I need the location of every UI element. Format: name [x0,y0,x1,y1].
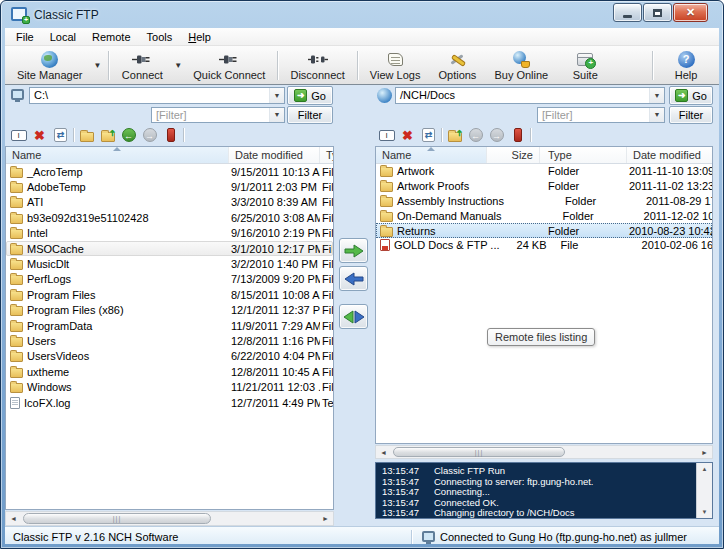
remote-file-row[interactable]: Artwork ProofsFolder2011-11-02 13:23:0 [376,179,712,194]
site-manager-dropdown-arrow[interactable]: ▼ [90,48,104,83]
log-message: Connecting... [434,486,490,497]
close-button[interactable]: ✕ [673,3,708,22]
remote-file-row[interactable]: ReturnsFolder2010-08-23 10:42:0 [376,223,712,238]
remote-file-row[interactable]: Assembly InstructionsFolder2011-08-29 17… [376,194,712,209]
view-logs-button[interactable]: View Logs [362,48,429,83]
site-manager-button[interactable]: Site Manager [9,48,90,83]
local-file-row[interactable]: b93e092d319e511024286/25/2010 3:08 AMFil [6,210,333,225]
local-file-row[interactable]: Program Files (x86)12/1/2011 12:37 PMFil [6,303,333,318]
rename-icon[interactable]: I [378,127,395,143]
local-file-row[interactable]: UsersVideos6/22/2010 4:04 PMFil [6,349,333,364]
local-file-row[interactable]: Intel9/16/2010 2:19 PMFil [6,226,333,241]
remote-filter-button[interactable]: Filter [669,106,713,124]
scroll-left-icon[interactable]: ◄ [6,512,21,525]
scrollbar-thumb[interactable]: ||| [23,513,211,524]
column-header-type[interactable]: Ty [320,147,333,163]
delete-icon[interactable]: ✖ [31,127,48,143]
scroll-down-icon[interactable]: ▼ [702,509,708,515]
arrow-left-blue-icon [344,272,364,286]
download-button[interactable] [339,266,368,291]
log-scrollbar[interactable]: ▲ ▼ [696,463,712,518]
chevron-down-icon[interactable]: ▼ [269,88,284,103]
titlebar[interactable]: + Classic FTP ✕ [1,1,723,28]
connect-dropdown-arrow[interactable]: ▼ [171,48,185,83]
suite-button[interactable]: Suite [556,48,614,83]
version-text: Classic FTP v 2.16 NCH Software [5,531,411,543]
scrollbar-thumb[interactable]: ||| [393,447,565,457]
chevron-down-icon[interactable]: ▼ [269,108,284,122]
remote-horizontal-scrollbar[interactable]: ◄ ||| ► [375,445,713,459]
bookmark-icon[interactable] [162,127,179,143]
local-file-row[interactable]: _AcroTemp9/15/2011 10:13 AMFil [6,164,333,179]
local-file-row[interactable]: PerfLogs7/13/2009 9:20 PMFil [6,272,333,287]
back-icon[interactable]: ← [467,127,484,143]
menu-tools[interactable]: Tools [139,30,181,44]
file-type: Folder [557,195,644,207]
remote-filter-combobox[interactable]: [Filter] ▼ [537,107,665,123]
chevron-down-icon[interactable]: ▼ [649,88,664,103]
menu-file[interactable]: File [8,30,42,44]
file-date: 12/8/2011 10:45 AM [229,366,320,378]
delete-icon[interactable]: ✖ [399,127,416,143]
sort-ascending-icon [427,147,435,151]
parent-folder-icon[interactable] [446,127,463,143]
column-header-date-modified[interactable]: Date modified [229,147,320,163]
parent-folder-icon[interactable] [99,127,116,143]
refresh-icon[interactable]: ⇄ [52,127,69,143]
local-horizontal-scrollbar[interactable]: ◄ ||| ► [5,511,334,526]
remote-file-row[interactable]: GOLD Docs & FTP ...24 KBFile2010-02-06 1… [376,238,712,253]
new-folder-icon[interactable] [78,127,95,143]
scroll-up-icon[interactable]: ▲ [702,466,708,472]
column-header-name[interactable]: Name [6,147,229,163]
column-header-size[interactable]: Size [487,147,540,163]
scroll-left-icon[interactable]: ◄ [376,446,391,458]
upload-button[interactable] [339,238,368,263]
local-file-row[interactable]: AdobeTemp9/1/2011 2:03 PMFil [6,179,333,194]
buy-online-button[interactable]: Buy Online [486,48,556,83]
local-go-button[interactable]: ➜ Go [287,86,333,105]
remote-mini-toolbar: I ✖ ⇄ ← → [378,126,531,144]
file-date: 12/7/2011 4:49 PM [229,397,320,409]
local-filter-button[interactable]: Filter [287,106,333,124]
column-header-date-modified[interactable]: Date modified [627,147,712,163]
local-file-row[interactable]: Windows11/21/2011 12:03 ...Fil [6,379,333,394]
refresh-icon[interactable]: ⇄ [420,127,437,143]
remote-path-combobox[interactable]: /NCH/Docs ▼ [395,87,665,104]
local-path-combobox[interactable]: C:\ ▼ [29,87,285,104]
sync-both-button[interactable] [339,304,368,329]
column-header-type[interactable]: Type [540,147,627,163]
menu-remote[interactable]: Remote [84,30,139,44]
remote-go-button[interactable]: ➜ Go [669,86,713,105]
local-filter-combobox[interactable]: [Filter] ▼ [151,107,285,123]
menu-local[interactable]: Local [42,30,84,44]
options-button[interactable]: Options [428,48,486,83]
local-file-row[interactable]: Program Files8/15/2011 10:08 AMFil [6,287,333,302]
minimize-button[interactable] [613,3,642,22]
go-arrow-icon: ➜ [675,89,688,102]
help-button[interactable]: ? Help [657,48,715,83]
local-file-row[interactable]: IcoFX.log12/7/2011 4:49 PMTe [6,395,333,410]
column-header-name[interactable]: Name [376,147,487,163]
maximize-button[interactable] [643,3,672,22]
chevron-down-icon[interactable]: ▼ [649,108,664,122]
local-file-row[interactable]: MusicDlt3/2/2010 1:40 PMFil [6,256,333,271]
quick-connect-button[interactable]: Quick Connect [185,48,273,83]
bookmark-icon[interactable] [509,127,526,143]
local-file-row[interactable]: MSOCache3/1/2010 12:17 PMFil [6,241,333,256]
local-file-row[interactable]: Users12/8/2011 1:16 PMFil [6,333,333,348]
local-file-row[interactable]: ProgramData11/9/2011 7:29 AMFil [6,318,333,333]
disconnect-button[interactable]: Disconnect [282,48,352,83]
connect-button[interactable]: Connect [113,48,171,83]
back-icon[interactable]: ← [120,127,137,143]
menu-help[interactable]: Help [180,30,219,44]
remote-file-row[interactable]: On-Demand ManualsFolder2011-12-02 10:09:… [376,208,712,223]
remote-file-row[interactable]: ArtworkFolder2011-11-10 13:09:0 [376,164,712,179]
scroll-right-icon[interactable]: ► [318,512,333,525]
scroll-right-icon[interactable]: ► [697,446,712,458]
file-type: Fil [320,381,333,393]
forward-icon[interactable]: → [141,127,158,143]
local-file-row[interactable]: ATI3/3/2010 8:39 AMFil [6,195,333,210]
forward-icon[interactable]: → [488,127,505,143]
local-file-row[interactable]: uxtheme12/8/2011 10:45 AMFil [6,364,333,379]
rename-icon[interactable]: I [10,127,27,143]
